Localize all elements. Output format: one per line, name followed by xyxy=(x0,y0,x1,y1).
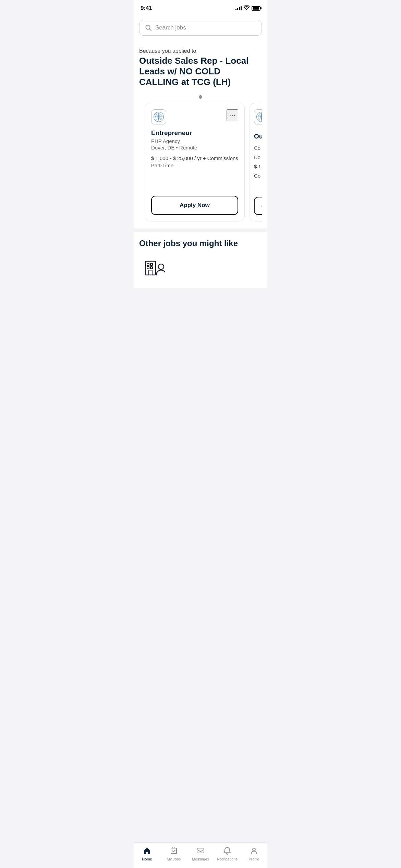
messages-icon xyxy=(196,846,205,856)
card-header: N S E W ··· xyxy=(151,109,238,124)
job-card-entrepreneur: N S E W ··· Entrepreneur PHP Agency Dove… xyxy=(145,103,245,221)
card-job-type: Part-Time xyxy=(151,162,238,168)
partial-salary: $ 1 xyxy=(254,164,262,169)
svg-rect-33 xyxy=(149,270,152,275)
partial-type: Co xyxy=(254,173,262,179)
svg-rect-35 xyxy=(197,848,204,853)
partial-apply-button[interactable]: ··· xyxy=(254,197,262,215)
partial-card-header xyxy=(254,109,262,124)
svg-rect-29 xyxy=(147,263,149,265)
svg-text:S: S xyxy=(158,119,159,121)
home-icon xyxy=(143,846,151,856)
carousel-dot-active xyxy=(199,95,202,99)
nav-home[interactable]: Home xyxy=(137,846,157,861)
main-content: Search jobs Because you applied to Outsi… xyxy=(134,15,267,315)
bottom-navigation: Home My Jobs Messages Notifications xyxy=(134,842,267,868)
partial-company: Co xyxy=(254,145,262,151)
status-bar: 9:41 xyxy=(134,0,267,15)
battery-icon xyxy=(252,6,260,11)
job-cards-carousel[interactable]: N S E W ··· Entrepreneur PHP Agency Dove… xyxy=(139,99,262,228)
svg-point-36 xyxy=(253,848,255,851)
wifi-icon xyxy=(244,5,250,11)
myjobs-icon xyxy=(170,846,178,856)
myjobs-label: My Jobs xyxy=(167,857,181,861)
svg-marker-24 xyxy=(261,112,262,117)
svg-rect-32 xyxy=(150,267,153,269)
notifications-label: Notifications xyxy=(217,857,238,861)
svg-rect-30 xyxy=(150,263,153,265)
svg-line-1 xyxy=(149,29,151,31)
partial-company-logo xyxy=(254,109,262,124)
card-company: PHP Agency xyxy=(151,138,238,144)
card-job-title: Entrepreneur xyxy=(151,129,238,137)
home-label: Home xyxy=(142,857,152,861)
nav-messages[interactable]: Messages xyxy=(190,846,211,861)
messages-label: Messages xyxy=(192,857,209,861)
svg-text:E: E xyxy=(162,116,162,118)
status-icons xyxy=(235,5,260,11)
job-card-partial: Ou Co Do $ 1 Co ··· xyxy=(250,103,262,221)
nav-myjobs[interactable]: My Jobs xyxy=(163,846,184,861)
search-bar[interactable]: Search jobs xyxy=(139,20,262,36)
search-icon xyxy=(145,24,152,31)
profile-icon xyxy=(250,846,258,856)
svg-marker-26 xyxy=(257,116,262,117)
card-salary: $ 1,000 - $ 25,000 / yr + Commissions xyxy=(151,155,238,161)
company-logo: N S E W xyxy=(151,109,166,124)
signal-icon xyxy=(235,6,242,10)
status-time: 9:41 xyxy=(141,5,152,12)
other-jobs-heading: Other jobs you might like xyxy=(139,239,262,248)
partial-job-title-prefix: Ou xyxy=(254,133,262,140)
other-jobs-section: Other jobs you might like xyxy=(134,232,267,288)
svg-point-34 xyxy=(158,264,164,269)
notifications-icon xyxy=(223,846,231,856)
search-placeholder: Search jobs xyxy=(155,24,186,31)
bottom-job-preview xyxy=(139,254,262,282)
carousel-dots xyxy=(139,94,262,99)
job-preview-icon xyxy=(145,256,165,277)
search-section: Search jobs xyxy=(134,15,267,41)
because-text: Because you applied to xyxy=(139,48,262,54)
card-location: Dover, DE • Remote xyxy=(151,145,238,150)
svg-text:W: W xyxy=(155,116,156,118)
svg-marker-25 xyxy=(261,117,262,121)
card-menu-button[interactable]: ··· xyxy=(227,109,238,121)
apply-now-button[interactable]: Apply Now xyxy=(151,196,238,215)
svg-rect-31 xyxy=(147,267,149,269)
recommendation-section: Because you applied to Outside Sales Rep… xyxy=(134,41,267,228)
nav-notifications[interactable]: Notifications xyxy=(217,846,238,861)
profile-label: Profile xyxy=(248,857,259,861)
recommendation-job-title: Outside Sales Rep - Local Leads w/ NO CO… xyxy=(139,56,262,88)
nav-profile[interactable]: Profile xyxy=(244,846,264,861)
partial-location: Do xyxy=(254,154,262,160)
